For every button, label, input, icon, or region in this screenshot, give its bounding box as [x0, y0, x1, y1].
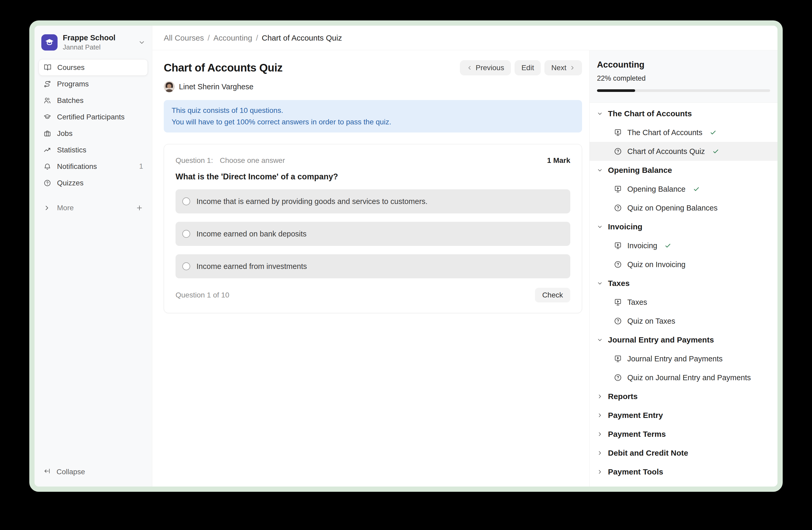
plus-icon[interactable]	[136, 204, 143, 212]
author-name: Linet Sherin Varghese	[179, 83, 253, 91]
sidebar-item-label: Courses	[57, 64, 85, 72]
next-button[interactable]: Next	[545, 60, 582, 75]
desktop-background: Frappe School Jannat Patel Courses Progr…	[0, 0, 812, 530]
lesson-presentation-icon	[614, 128, 622, 137]
outline-section-reports[interactable]: Reports	[590, 387, 778, 406]
check-button[interactable]: Check	[535, 288, 570, 303]
previous-button[interactable]: Previous	[460, 60, 511, 75]
answer-options: Income that is earned by providing goods…	[175, 189, 570, 278]
completed-check-icon	[693, 186, 700, 193]
outline-section-debit-and-credit-note[interactable]: Debit and Credit Note	[590, 444, 778, 462]
outline-quiz-on-journal-entry-and-payments[interactable]: Quiz on Journal Entry and Payments	[590, 368, 778, 387]
outline-quiz-on-taxes[interactable]: Quiz on Taxes	[590, 311, 778, 331]
outline-quiz-on-invoicing[interactable]: Quiz on Invoicing	[590, 255, 778, 274]
outline-section-taxes[interactable]: Taxes	[590, 274, 778, 293]
workspace-title: Frappe School	[63, 33, 115, 42]
outline-lesson-taxes[interactable]: Taxes	[590, 293, 778, 311]
sidebar-item-courses[interactable]: Courses	[39, 59, 148, 76]
sidebar-collapse-button[interactable]: Collapse	[39, 464, 148, 480]
notice-line-2: You will have to get 100% correct answer…	[172, 116, 574, 128]
sidebar-item-notifications[interactable]: Notifications 1	[39, 158, 148, 175]
notifications-count-badge: 1	[139, 162, 143, 170]
lesson-presentation-icon	[614, 241, 622, 250]
lesson-presentation-icon	[614, 185, 622, 193]
completed-check-icon	[712, 148, 719, 155]
sidebar-item-statistics[interactable]: Statistics	[39, 142, 148, 158]
outline-section-payment-entry[interactable]: Payment Entry	[590, 406, 778, 425]
briefcase-icon	[43, 130, 51, 138]
chevron-left-icon	[467, 65, 473, 71]
content-column: All Courses / Accounting / Chart of Acco…	[152, 26, 778, 487]
quiz-question-icon	[614, 204, 622, 212]
sidebar-item-label: Jobs	[57, 129, 72, 138]
breadcrumb-accounting[interactable]: Accounting	[214, 33, 252, 42]
answer-option-3[interactable]: Income earned from investments	[175, 254, 570, 278]
sidebar-item-more[interactable]: More	[39, 199, 148, 216]
chevron-down-icon	[597, 280, 603, 286]
radio-button[interactable]	[182, 230, 190, 238]
course-outline-panel: Accounting 22% completed The Chart of Ac…	[589, 50, 778, 487]
notice-line-1: This quiz consists of 10 questions.	[172, 105, 574, 116]
content-row: Chart of Accounts Quiz Previous Edit Nex…	[152, 50, 778, 487]
chevron-right-icon	[597, 393, 603, 399]
quiz-question-icon	[614, 317, 622, 325]
outline-lesson-journal-entry-and-payments[interactable]: Journal Entry and Payments	[590, 349, 778, 368]
breadcrumb-current: Chart of Accounts Quiz	[262, 33, 342, 42]
course-progress-bar	[597, 89, 770, 92]
sidebar-item-label: Certified Participants	[57, 113, 125, 121]
chevron-right-icon	[569, 65, 575, 71]
option-label: Income earned from investments	[197, 262, 307, 271]
trending-up-icon	[43, 146, 51, 154]
breadcrumb-separator: /	[256, 33, 258, 42]
page-title: Chart of Accounts Quiz	[164, 61, 282, 74]
sidebar-item-batches[interactable]: Batches	[39, 92, 148, 109]
course-title: Accounting	[597, 60, 770, 70]
outline-lesson-the-chart-of-accounts[interactable]: The Chart of Accounts	[590, 123, 778, 142]
answer-option-2[interactable]: Income earned on bank deposits	[175, 222, 570, 246]
sidebar-item-jobs[interactable]: Jobs	[39, 125, 148, 142]
question-instruction: Choose one answer	[220, 156, 285, 165]
sidebar-item-certified-participants[interactable]: Certified Participants	[39, 109, 148, 125]
outline-quiz-on-opening-balances[interactable]: Quiz on Opening Balances	[590, 198, 778, 217]
chevron-down-icon	[597, 224, 603, 229]
breadcrumb-all-courses[interactable]: All Courses	[164, 33, 204, 42]
sidebar-item-programs[interactable]: Programs	[39, 76, 148, 92]
workspace-switcher[interactable]: Frappe School Jannat Patel	[39, 32, 148, 59]
breadcrumb-separator: /	[207, 33, 209, 42]
sidebar-item-quizzes[interactable]: Quizzes	[39, 175, 148, 191]
graduation-cap-logo-icon	[44, 37, 55, 48]
book-open-icon	[44, 64, 52, 71]
outline-section-invoicing[interactable]: Invoicing	[590, 217, 778, 236]
main-content: Chart of Accounts Quiz Previous Edit Nex…	[152, 50, 589, 487]
frappe-school-logo	[41, 34, 58, 51]
edit-button[interactable]: Edit	[514, 60, 541, 75]
chevron-down-icon	[597, 111, 603, 116]
chevron-down-icon	[597, 337, 603, 343]
course-completed-label: 22% completed	[597, 74, 770, 83]
question-marks: 1 Mark	[547, 156, 570, 165]
sidebar-spacer	[39, 216, 148, 464]
bell-icon	[43, 163, 51, 170]
circle-question-icon	[43, 179, 51, 187]
outline-section-payment-tools[interactable]: Payment Tools	[590, 462, 778, 481]
chevron-right-icon	[597, 450, 603, 456]
outline-section-journal-entry-and-payments[interactable]: Journal Entry and Payments	[590, 331, 778, 349]
answer-option-1[interactable]: Income that is earned by providing goods…	[175, 189, 570, 213]
sidebar-item-label: Programs	[57, 80, 89, 88]
radio-button[interactable]	[182, 262, 190, 270]
outline-quiz-chart-of-accounts-quiz[interactable]: Chart of Accounts Quiz	[590, 142, 778, 161]
question-card: Question 1: Choose one answer 1 Mark Wha…	[164, 144, 582, 313]
radio-button[interactable]	[182, 197, 190, 205]
collapse-icon	[43, 468, 51, 477]
chevron-right-icon	[43, 205, 51, 211]
outline-section-the-chart-of-accounts[interactable]: The Chart of Accounts	[590, 104, 778, 123]
outline-lesson-opening-balance[interactable]: Opening Balance	[590, 180, 778, 198]
workspace-user: Jannat Patel	[63, 43, 115, 51]
author-row: Linet Sherin Varghese	[164, 81, 582, 92]
option-label: Income that is earned by providing goods…	[197, 197, 427, 206]
course-progress-fill	[597, 89, 635, 92]
avatar	[164, 81, 175, 92]
outline-section-payment-terms[interactable]: Payment Terms	[590, 425, 778, 444]
outline-lesson-invoicing[interactable]: Invoicing	[590, 236, 778, 255]
outline-section-opening-balance[interactable]: Opening Balance	[590, 161, 778, 180]
